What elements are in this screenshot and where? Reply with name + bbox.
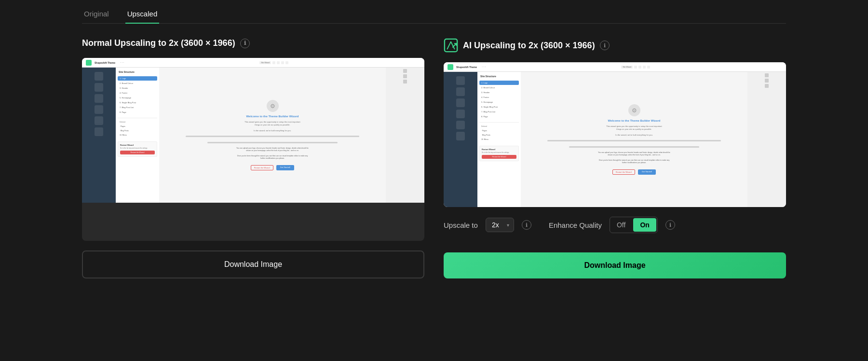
right-ss-right-panel — [747, 72, 786, 207]
ss-menu-title: Site Structure — [118, 69, 157, 74]
ss-wizard-icon: ⚙ — [267, 100, 279, 112]
left-preview-inner: Shapeshift Theme ··· Site Wizard — [82, 58, 424, 203]
ss-sidebar-icon-2 — [95, 83, 103, 92]
right-title-row: AI Upscaling to 2x (3600 × 1966) ℹ — [444, 38, 786, 53]
right-image-preview: Shapeshift Theme ··· Site Wizard — [444, 62, 786, 207]
ss-menu-dots: ··· — [120, 60, 125, 65]
enhance-toggle-group: Off On — [610, 217, 658, 233]
enhance-info-icon[interactable]: ℹ — [665, 220, 675, 230]
right-ss-logo — [448, 64, 453, 70]
right-ss-layout: Site Structure 1. Logo 2. Brand Colour 3… — [444, 72, 786, 207]
ss-logo — [86, 60, 92, 66]
right-title-text: AI Upscaling to 2x (3600 × 1966) — [463, 41, 595, 51]
ss-right-panel — [386, 68, 424, 203]
ss-start-btn: Get Started! — [276, 165, 295, 170]
ss-bar-1 — [186, 136, 359, 137]
ss-main-content: ⚙ Welcome to the Theme Builder Wizard Th… — [159, 68, 386, 203]
ss-brand-name: Shapeshift Theme — [95, 61, 115, 64]
right-download-button[interactable]: Download Image — [444, 252, 786, 278]
upscale-select[interactable]: 1x 2x 4x — [486, 218, 514, 232]
right-ss-buttons: Restart the Wizard Get Started! — [612, 169, 656, 175]
right-preview-inner: Shapeshift Theme ··· Site Wizard — [444, 62, 786, 207]
ss-wizard-desc: This wizard gives you the opportunity to… — [244, 121, 301, 126]
left-column: Normal Upscaling to 2x (3600 × 1966) ℹ S… — [82, 38, 424, 278]
ss-sidebar-icon-5 — [95, 116, 103, 125]
ss-sidebar-icon-1 — [95, 72, 103, 81]
ss-layout: Site Structure 1. Logo 2. Brand Colour 3… — [82, 68, 424, 203]
ss-body-text-2: Once you've been through the wizard, you… — [236, 155, 309, 160]
left-screenshot: Shapeshift Theme ··· Site Wizard — [82, 58, 424, 203]
ss-sidebar — [82, 68, 116, 203]
right-ss-wizard-icon: ⚙ — [628, 104, 640, 116]
ss-bar-2 — [207, 142, 338, 143]
ss-right-icon-1 — [403, 69, 407, 73]
right-ss-menu-panel: Site Structure 1. Logo 2. Brand Colour 3… — [477, 72, 521, 207]
ss-sidebar-icon-3 — [95, 94, 103, 103]
ss-sidebar-icon-4 — [95, 105, 103, 114]
left-title-text: Normal Upscaling to 2x (3600 × 1966) — [82, 38, 235, 48]
upscale-select-wrapper: 1x 2x 4x ▾ — [486, 218, 514, 232]
ai-upscale-icon — [444, 38, 458, 53]
ss-top-bar: Shapeshift Theme ··· Site Wizard — [82, 58, 424, 68]
right-ss-menu-dots: ··· — [482, 65, 487, 69]
tab-original[interactable]: Original — [82, 5, 111, 24]
ss-right-icon-2 — [403, 74, 407, 78]
ss-wizard-title: Welcome to the Theme Builder Wizard — [246, 115, 299, 118]
left-info-icon[interactable]: ℹ — [240, 39, 250, 48]
tab-upscaled[interactable]: Upscaled — [125, 5, 160, 24]
ss-action-buttons: Restart the Wizard Get Started! — [251, 165, 295, 170]
toggle-off-button[interactable]: Off — [610, 218, 632, 232]
right-column: AI Upscaling to 2x (3600 × 1966) ℹ Shape… — [444, 38, 786, 278]
upscale-label: Upscale to — [444, 221, 478, 229]
ss-menu-panel: Site Structure 1. Logo 2. Brand Colour 3… — [116, 68, 159, 203]
right-info-icon[interactable]: ℹ — [600, 41, 610, 50]
enhance-quality-label: Enhance Quality — [549, 221, 602, 229]
ss-body-text: You can upload your logo, choose your fa… — [236, 147, 309, 153]
columns-container: Normal Upscaling to 2x (3600 × 1966) ℹ S… — [82, 38, 786, 278]
left-image-preview: Shapeshift Theme ··· Site Wizard — [82, 58, 424, 241]
ss-right-icon-3 — [403, 80, 407, 83]
left-download-button[interactable]: Download Image — [82, 250, 424, 278]
ss-restart-btn: Restart the Wizard — [251, 165, 273, 170]
ss-nav-tabs: Site Wizard — [128, 61, 420, 64]
ss-sidebar-icon-6 — [95, 127, 103, 136]
right-ss-sidebar — [444, 72, 477, 207]
main-container: Original Upscaled Normal Upscaling to 2x… — [0, 0, 868, 278]
upscale-info-icon[interactable]: ℹ — [522, 220, 531, 230]
left-column-title: Normal Upscaling to 2x (3600 × 1966) ℹ — [82, 38, 424, 48]
right-screenshot: Shapeshift Theme ··· Site Wizard — [444, 62, 786, 207]
right-ss-brand-name: Shapeshift Theme — [456, 66, 477, 69]
svg-rect-0 — [445, 39, 457, 52]
right-controls-row: Upscale to 1x 2x 4x ▾ ℹ Enhance Quality … — [444, 217, 786, 233]
right-ss-top-bar: Shapeshift Theme ··· Site Wizard — [444, 62, 786, 72]
right-ss-nav-tabs: Site Wizard — [489, 66, 782, 69]
toggle-on-button[interactable]: On — [633, 218, 656, 232]
right-ss-main-content: ⚙ Welcome to the Theme Builder Wizard Th… — [521, 72, 747, 207]
tabs-bar: Original Upscaled — [82, 5, 786, 24]
ss-wizard-subdesc: In the wizard, we've built everything fo… — [254, 129, 291, 132]
